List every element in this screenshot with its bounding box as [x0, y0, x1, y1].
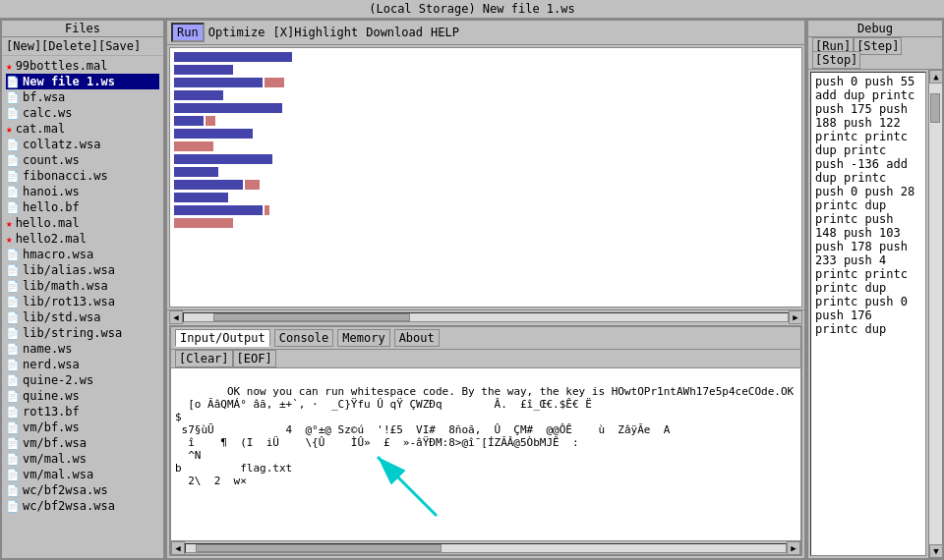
file-icon: 📄 [6, 500, 20, 513]
file-item[interactable]: 📄lib/std.wsa [6, 309, 159, 325]
scroll-thumb-h[interactable] [213, 313, 410, 321]
out-scroll-thumb[interactable] [196, 544, 442, 552]
highlight-button[interactable]: [X]Highlight [268, 23, 362, 42]
main-layout: Files [New][Delete][Save] ★99bottles.mal… [0, 19, 944, 560]
file-icon: 📄 [6, 327, 20, 340]
chart-row [174, 116, 797, 126]
file-name: calc.ws [23, 106, 73, 120]
new-button[interactable]: [New][Delete][Save] [6, 39, 141, 53]
out-scroll-left[interactable]: ◀ [171, 541, 185, 555]
chart-row [174, 193, 797, 202]
file-item[interactable]: 📄name.ws [6, 341, 159, 357]
tab-input-output[interactable]: Input/Output [175, 329, 270, 347]
file-item[interactable]: 📄wc/bf2wsa.wsa [6, 498, 159, 514]
file-item[interactable]: 📄hmacro.wsa [6, 247, 159, 262]
eof-button[interactable]: [EOF] [233, 350, 276, 367]
file-name: vm/bf.ws [23, 420, 80, 434]
scroll-left-btn[interactable]: ◀ [169, 310, 183, 324]
bar-pink [174, 141, 213, 151]
file-name: lib/math.wsa [23, 279, 108, 293]
chart-row [174, 218, 797, 228]
out-scroll-right[interactable]: ▶ [787, 541, 800, 555]
download-button[interactable]: Download [362, 23, 427, 42]
file-item[interactable]: ★99bottles.mal [6, 58, 159, 74]
file-item[interactable]: 📄rot13.bf [6, 404, 159, 420]
chart-row [174, 154, 797, 164]
optimize-button[interactable]: Optimize [205, 23, 269, 42]
file-name: lib/std.wsa [23, 310, 100, 324]
scroll-right-btn[interactable]: ▶ [789, 310, 802, 324]
tab-memory[interactable]: Memory [337, 329, 389, 347]
bar-pink [174, 218, 233, 228]
bar-blue [174, 154, 272, 164]
file-name: hello2.mal [16, 232, 87, 246]
file-name: bf.wsa [23, 90, 65, 104]
file-item[interactable]: 📄count.ws [6, 152, 159, 168]
file-item[interactable]: 📄hello.bf [6, 199, 159, 215]
scroll-track-h[interactable] [183, 312, 789, 322]
file-icon: 📄 [6, 311, 20, 324]
file-item[interactable]: ★cat.mal [6, 121, 159, 137]
file-item[interactable]: 📄quine-2.ws [6, 372, 159, 388]
chart-row [174, 129, 797, 139]
file-icon: 📄 [6, 91, 20, 104]
bar-blue [174, 205, 263, 215]
output-scrollbar-h[interactable]: ◀ ▶ [171, 540, 800, 554]
file-item[interactable]: ★hello2.mal [6, 231, 159, 247]
file-icon: 📄 [6, 154, 20, 167]
file-item[interactable]: 📄vm/mal.wsa [6, 467, 159, 482]
file-item[interactable]: 📄quine.ws [6, 388, 159, 404]
clear-button[interactable]: [Clear] [175, 350, 233, 367]
file-name: hanoi.ws [23, 185, 80, 198]
file-item[interactable]: 📄hanoi.ws [6, 184, 159, 199]
file-icon: 📄 [6, 280, 20, 293]
tab-console[interactable]: Console [274, 329, 334, 347]
file-item[interactable]: 📄vm/bf.wsa [6, 435, 159, 451]
file-item[interactable]: 📄lib/math.wsa [6, 278, 159, 294]
file-icon: 📄 [6, 406, 20, 419]
debug-content-area: push 0 push 55 add dup printc push 175 p… [808, 70, 942, 558]
files-toolbar: [New][Delete][Save] [2, 37, 163, 56]
bar-pink [265, 205, 269, 215]
file-icon: 📄 [6, 296, 20, 308]
file-item[interactable]: 📄wc/bf2wsa.ws [6, 482, 159, 498]
file-item[interactable]: 📄New file 1.ws [6, 74, 159, 89]
file-item[interactable]: 📄collatz.wsa [6, 137, 159, 152]
file-icon: 📄 [6, 484, 20, 497]
file-item[interactable]: 📄fibonacci.ws [6, 168, 159, 184]
file-item[interactable]: 📄bf.wsa [6, 89, 159, 105]
debug-scrollbar[interactable]: ▲ ▼ [928, 70, 942, 558]
file-item[interactable]: 📄lib/string.wsa [6, 325, 159, 341]
tab-about[interactable]: About [394, 329, 440, 347]
debug-scroll-thumb[interactable] [930, 93, 940, 123]
file-icon: 📄 [6, 186, 20, 198]
debug-scroll-down[interactable]: ▼ [929, 544, 942, 558]
file-item[interactable]: 📄calc.ws [6, 105, 159, 121]
debug-scroll-track[interactable] [929, 84, 942, 544]
debug-step-button[interactable]: [Step] [854, 37, 902, 55]
chart-row [174, 78, 797, 87]
title-text: (Local Storage) New file 1.ws [369, 2, 575, 16]
bar-pink [245, 180, 260, 190]
file-name: fibonacci.ws [23, 169, 108, 183]
help-button[interactable]: HELP [427, 23, 463, 42]
file-item[interactable]: 📄lib/rot13.wsa [6, 294, 159, 309]
out-scroll-track[interactable] [185, 543, 787, 553]
run-button[interactable]: Run [171, 23, 205, 42]
file-name: count.ws [23, 153, 80, 167]
file-name: lib/rot13.wsa [23, 295, 115, 308]
file-item[interactable]: 📄nerd.wsa [6, 357, 159, 372]
bar-blue [174, 103, 282, 113]
file-item[interactable]: 📄vm/bf.ws [6, 420, 159, 435]
file-name: lib/string.wsa [23, 326, 122, 340]
file-icon: 📄 [6, 264, 20, 277]
chart-scrollbar-h[interactable]: ◀ ▶ [167, 309, 804, 323]
file-icon: 📄 [6, 201, 20, 214]
debug-stop-button[interactable]: [Stop] [812, 51, 860, 69]
file-item[interactable]: 📄vm/mal.ws [6, 451, 159, 467]
file-item[interactable]: 📄lib/alias.wsa [6, 262, 159, 278]
file-item[interactable]: ★hello.mal [6, 215, 159, 231]
debug-scroll-up[interactable]: ▲ [929, 70, 942, 84]
file-name: 99bottles.mal [16, 59, 108, 73]
debug-output: push 0 push 55 add dup printc push 175 p… [810, 72, 926, 556]
